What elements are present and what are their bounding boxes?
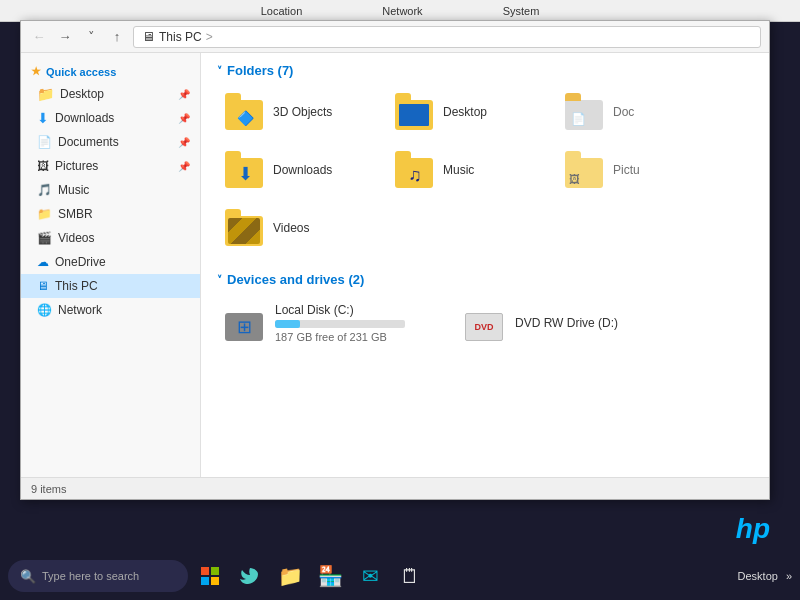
sidebar-item-documents[interactable]: 📄 Documents 📌: [21, 130, 200, 154]
hp-logo-area: hp: [736, 513, 770, 545]
up-button[interactable]: ↑: [107, 27, 127, 47]
folder-item-downloads[interactable]: ⬇ Downloads: [217, 146, 377, 194]
ribbon-network[interactable]: Network: [382, 5, 422, 17]
pictures-icon: 🖼: [37, 159, 49, 173]
onedrive-icon: ☁: [37, 255, 49, 269]
folder-item-doc[interactable]: 📄 Doc: [557, 88, 717, 136]
disk-space-c: 187 GB free of 231 GB: [275, 331, 405, 343]
desktop-inner: [399, 104, 429, 126]
pin-icon: 📌: [178, 89, 190, 100]
address-path[interactable]: 🖥 This PC >: [133, 26, 761, 48]
forward-button[interactable]: →: [55, 27, 75, 47]
folder-3dobjects-icon: 🔷: [225, 94, 265, 130]
folder-item-music[interactable]: ♫ Music: [387, 146, 547, 194]
taskbar-arrow: »: [786, 570, 792, 582]
folder-icon: 📁: [37, 86, 54, 102]
disk-name-c: Local Disk (C:): [275, 303, 405, 317]
folder-videos-icon: [225, 210, 265, 246]
folders-section-title: ˅ Folders (7): [217, 63, 753, 78]
disk-info-d: DVD RW Drive (D:): [515, 316, 618, 330]
sidebar-item-smbr[interactable]: 📁 SMBR: [21, 202, 200, 226]
sidebar-item-music[interactable]: 🎵 Music: [21, 178, 200, 202]
hdd-body: ⊞: [225, 313, 263, 341]
folder-item-3dobjects[interactable]: 🔷 3D Objects: [217, 88, 377, 136]
sidebar-item-network[interactable]: 🌐 Network: [21, 298, 200, 322]
edge-button[interactable]: [232, 558, 268, 594]
folder-downloads-icon: ⬇: [225, 152, 265, 188]
folder-3dobjects-label: 3D Objects: [273, 105, 332, 119]
disk-fill-c: [275, 320, 300, 328]
folder-item-videos[interactable]: Videos: [217, 204, 377, 252]
recent-button[interactable]: ˅: [81, 27, 101, 47]
path-thispc: This PC: [159, 30, 202, 44]
device-item-d[interactable]: DVD DVD RW Drive (D:): [457, 297, 677, 349]
chevron-down-icon-devices: ˅: [217, 274, 222, 285]
folder-videos-label: Videos: [273, 221, 309, 235]
sidebar: ★ Quick access 📁 Desktop 📌 ⬇ Downloads 📌…: [21, 53, 201, 477]
svg-rect-3: [211, 577, 219, 585]
start-button[interactable]: [192, 558, 228, 594]
folder-desktop-label: Desktop: [443, 105, 487, 119]
dvd-body: DVD: [465, 305, 505, 341]
music-note-overlay: ♫: [408, 165, 422, 186]
folder-pictures-icon: 🖼: [565, 152, 605, 188]
download-overlay: ⬇: [238, 163, 253, 185]
address-bar: ← → ˅ ↑ 🖥 This PC >: [21, 21, 769, 53]
devices-section-title: ˅ Devices and drives (2): [217, 272, 753, 287]
svg-rect-2: [201, 577, 209, 585]
chevron-down-icon: ˅: [217, 65, 222, 76]
folder-doc-icon: 📄: [565, 94, 605, 130]
notepad-button[interactable]: 🗒: [392, 558, 428, 594]
sidebar-item-desktop[interactable]: 📁 Desktop 📌: [21, 82, 200, 106]
dvd-icon: DVD: [465, 305, 505, 341]
disk-bar-c: [275, 320, 405, 328]
search-text: Type here to search: [42, 570, 139, 582]
back-button[interactable]: ←: [29, 27, 49, 47]
thispc-icon: 🖥: [37, 279, 49, 293]
hdd-icon: ⊞: [225, 305, 265, 341]
device-item-c[interactable]: ⊞ Local Disk (C:) 187 GB free of 231 GB: [217, 297, 437, 349]
item-count: 9 items: [31, 483, 66, 495]
sidebar-item-thispc[interactable]: 🖥 This PC: [21, 274, 200, 298]
quick-access-header: ★ Quick access: [21, 61, 200, 82]
pin-icon: 📌: [178, 113, 190, 124]
folder-downloads-label: Downloads: [273, 163, 332, 177]
desktop-label[interactable]: Desktop: [738, 570, 778, 582]
folder-desktop-icon: [395, 94, 435, 130]
pin-icon: 📌: [178, 137, 190, 148]
folders-grid: 🔷 3D Objects Desktop 📄: [217, 88, 753, 252]
taskbar-right: Desktop »: [738, 570, 792, 582]
pin-icon: 📌: [178, 161, 190, 172]
svg-rect-0: [201, 567, 209, 575]
3d-overlay: 🔷: [237, 110, 254, 126]
folder-doc-label: Doc: [613, 105, 634, 119]
folder-music-label: Music: [443, 163, 474, 177]
explorer-window: ← → ˅ ↑ 🖥 This PC > ★ Quick access 📁 Des…: [20, 20, 770, 500]
folder-item-pictures[interactable]: 🖼 Pictu: [557, 146, 717, 194]
top-ribbon: Location Network System: [0, 0, 800, 22]
sidebar-item-videos[interactable]: 🎬 Videos: [21, 226, 200, 250]
video-overlay: [228, 218, 260, 244]
main-panel: ˅ Folders (7) 🔷 3D Objects: [201, 53, 769, 477]
explorer-body: ★ Quick access 📁 Desktop 📌 ⬇ Downloads 📌…: [21, 53, 769, 477]
music-icon: 🎵: [37, 183, 52, 197]
hp-logo: hp: [736, 513, 770, 545]
mail-button[interactable]: ✉: [352, 558, 388, 594]
disk-name-d: DVD RW Drive (D:): [515, 316, 618, 330]
ribbon-location[interactable]: Location: [261, 5, 303, 17]
folder-pictures-label: Pictu: [613, 163, 640, 177]
folder-music-icon: ♫: [395, 152, 435, 188]
sidebar-item-onedrive[interactable]: ☁ OneDrive: [21, 250, 200, 274]
search-bar[interactable]: 🔍 Type here to search: [8, 560, 188, 592]
taskbar: 🔍 Type here to search 📁 🏪 ✉ 🗒 Desktop »: [0, 552, 800, 600]
smbr-icon: 📁: [37, 207, 52, 221]
status-bar: 9 items: [21, 477, 769, 499]
windows-logo-icon: ⊞: [237, 316, 252, 338]
svg-rect-1: [211, 567, 219, 575]
ribbon-system[interactable]: System: [503, 5, 540, 17]
store-button[interactable]: 🏪: [312, 558, 348, 594]
folder-item-desktop[interactable]: Desktop: [387, 88, 547, 136]
sidebar-item-pictures[interactable]: 🖼 Pictures 📌: [21, 154, 200, 178]
sidebar-item-downloads[interactable]: ⬇ Downloads 📌: [21, 106, 200, 130]
file-explorer-taskbar-button[interactable]: 📁: [272, 558, 308, 594]
